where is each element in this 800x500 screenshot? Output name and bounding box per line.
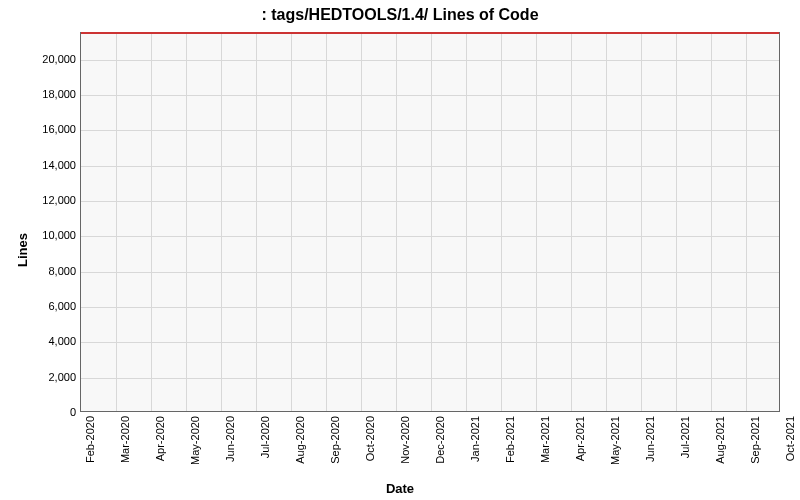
grid-line-v	[431, 33, 432, 411]
grid-line-v	[256, 33, 257, 411]
x-tick-label: Nov-2020	[399, 416, 411, 464]
x-tick-label: Apr-2021	[574, 416, 586, 461]
x-tick-label: Jun-2020	[224, 416, 236, 462]
chart-title: : tags/HEDTOOLS/1.4/ Lines of Code	[0, 6, 800, 24]
x-tick-label: Jul-2020	[259, 416, 271, 458]
y-tick-label: 16,000	[26, 123, 76, 135]
grid-line-v	[641, 33, 642, 411]
x-tick-label: Aug-2020	[294, 416, 306, 464]
y-tick-label: 18,000	[26, 88, 76, 100]
grid-line-v	[606, 33, 607, 411]
grid-line-v	[186, 33, 187, 411]
grid-line-v	[326, 33, 327, 411]
y-tick-label: 4,000	[26, 335, 76, 347]
x-tick-label: Apr-2020	[154, 416, 166, 461]
y-tick-label: 20,000	[26, 53, 76, 65]
x-tick-label: Oct-2021	[784, 416, 796, 461]
y-tick-label: 6,000	[26, 300, 76, 312]
grid-line-v	[151, 33, 152, 411]
grid-line-v	[466, 33, 467, 411]
x-tick-label: Sep-2021	[749, 416, 761, 464]
y-tick-label: 0	[26, 406, 76, 418]
x-tick-label: Jun-2021	[644, 416, 656, 462]
grid-line-v	[291, 33, 292, 411]
y-tick-label: 8,000	[26, 265, 76, 277]
y-tick-label: 14,000	[26, 159, 76, 171]
series-line	[81, 32, 779, 34]
grid-line-v	[116, 33, 117, 411]
grid-line-v	[711, 33, 712, 411]
x-tick-label: Feb-2021	[504, 416, 516, 463]
grid-line-v	[676, 33, 677, 411]
x-tick-label: Mar-2020	[119, 416, 131, 463]
x-tick-label: Mar-2021	[539, 416, 551, 463]
x-tick-label: May-2021	[609, 416, 621, 465]
grid-line-v	[536, 33, 537, 411]
x-tick-label: Jul-2021	[679, 416, 691, 458]
plot-area	[80, 32, 780, 412]
x-tick-label: Aug-2021	[714, 416, 726, 464]
chart-container: : tags/HEDTOOLS/1.4/ Lines of Code Lines…	[0, 0, 800, 500]
grid-line-v	[501, 33, 502, 411]
x-tick-label: Feb-2020	[84, 416, 96, 463]
grid-line-v	[361, 33, 362, 411]
x-tick-label: Dec-2020	[434, 416, 446, 464]
y-tick-label: 10,000	[26, 229, 76, 241]
y-tick-label: 2,000	[26, 371, 76, 383]
x-axis-label: Date	[0, 481, 800, 496]
grid-line-v	[221, 33, 222, 411]
grid-line-v	[396, 33, 397, 411]
grid-line-v	[746, 33, 747, 411]
x-tick-label: Jan-2021	[469, 416, 481, 462]
x-tick-label: May-2020	[189, 416, 201, 465]
grid-line-v	[571, 33, 572, 411]
x-tick-label: Sep-2020	[329, 416, 341, 464]
x-tick-label: Oct-2020	[364, 416, 376, 461]
y-tick-label: 12,000	[26, 194, 76, 206]
